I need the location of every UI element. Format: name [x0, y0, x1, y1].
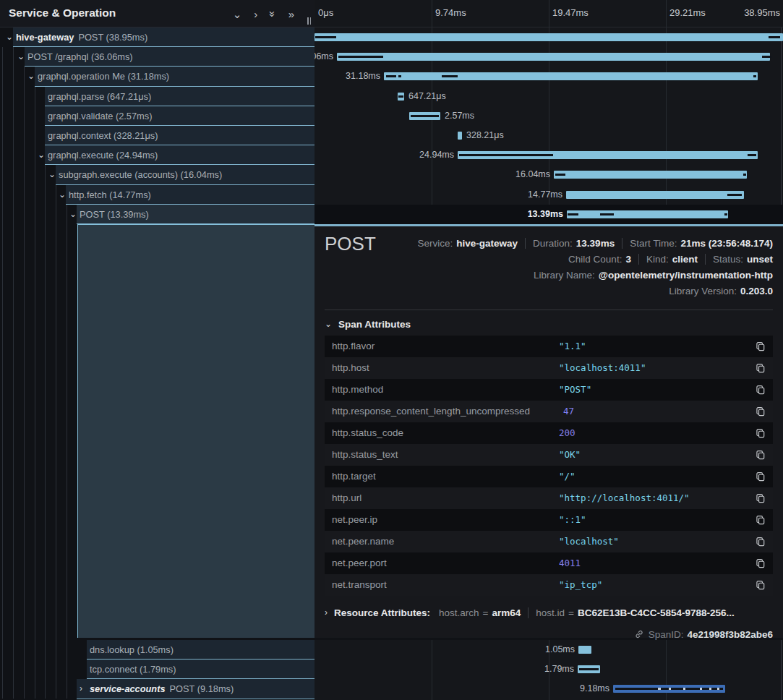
span-duration-bar[interactable] — [458, 132, 462, 140]
span-duration-bar[interactable] — [315, 33, 783, 41]
double-chevron-down-icon[interactable]: » — [268, 11, 278, 17]
span-duration-bar[interactable] — [567, 210, 728, 218]
tree-row[interactable]: graphql.context (328.21μs) — [0, 126, 315, 145]
chevron-down-icon[interactable]: ⌄ — [69, 205, 77, 224]
attribute-value: 200 — [559, 422, 576, 444]
chevron-down-icon[interactable]: ⌄ — [27, 67, 35, 86]
event-dot — [700, 688, 702, 690]
span-attributes-table: http.flavor"1.1"http.host"localhost:4011… — [325, 336, 773, 596]
copy-icon[interactable] — [756, 580, 766, 590]
timeline-row: 647.21μs — [315, 87, 783, 106]
copy-icon[interactable] — [756, 493, 766, 503]
chevron-down-icon[interactable]: ⌄ — [17, 47, 25, 67]
attribute-value: 4011 — [559, 552, 581, 574]
copy-icon[interactable] — [756, 515, 766, 525]
divider — [325, 310, 773, 310]
attribute-row: http.status_code200 — [325, 422, 773, 444]
attribute-key: http.response_content_length_uncompresse… — [332, 401, 530, 422]
overview-label: Library Version: — [669, 286, 737, 296]
tree-row[interactable]: ⌄graphql.operation Me (31.18ms) — [0, 67, 315, 86]
timeline-row: 31.18ms — [315, 67, 783, 86]
double-chevron-right-icon[interactable]: » — [288, 9, 294, 20]
tree-row[interactable]: ⌄graphql.execute (24.94ms) — [0, 145, 315, 165]
event-dot — [709, 688, 711, 690]
chevron-right-icon[interactable]: › — [80, 679, 82, 699]
tree-row[interactable]: ⌄hive-gatewayPOST (38.95ms) — [0, 27, 315, 47]
copy-icon[interactable] — [756, 385, 766, 395]
tree-row[interactable]: graphql.validate (2.57ms) — [0, 106, 315, 126]
divider — [622, 238, 622, 249]
span-duration-bar[interactable] — [398, 93, 404, 101]
overview-label: Library Name: — [534, 270, 595, 281]
tree-row[interactable]: tcp.connect (1.79ms) — [0, 660, 315, 679]
chevron-right-icon[interactable]: › — [254, 9, 257, 20]
overview-value: 21ms (23:56:48.174) — [680, 238, 773, 249]
timeline-row: 13.39ms — [315, 205, 783, 224]
copy-icon[interactable] — [756, 406, 766, 417]
span-duration-bar[interactable] — [458, 151, 758, 159]
copy-icon[interactable] — [756, 428, 766, 438]
child-span-marker — [579, 668, 599, 670]
tree-row[interactable]: graphql.parse (647.21μs) — [0, 87, 315, 106]
span-duration-bar[interactable] — [613, 685, 725, 693]
copy-icon[interactable] — [756, 537, 766, 547]
span-duration-bar[interactable] — [554, 171, 747, 179]
overview-value: client — [672, 254, 698, 265]
child-span-marker — [724, 213, 727, 215]
overview-label: Child Count: — [568, 254, 622, 265]
attribute-value: "POST" — [559, 379, 591, 401]
chevron-right-icon: › — [325, 607, 328, 618]
span-attributes-title: Span Attributes — [338, 319, 411, 330]
tree-row[interactable]: ⌄POST (13.39ms) — [0, 205, 315, 224]
column-resize-handle[interactable] — [307, 17, 311, 25]
tree-row[interactable]: ⌄subgraph.execute (accounts) (16.04ms) — [0, 165, 315, 184]
copy-icon[interactable] — [756, 363, 766, 373]
attribute-value: "::1" — [559, 509, 586, 531]
timeline-axis-header: 0μs9.74ms19.47ms29.21ms38.95ms — [315, 0, 783, 27]
tree-row[interactable]: ⌄POST /graphql (36.06ms) — [0, 47, 315, 67]
span-duration-bar[interactable] — [409, 112, 440, 120]
divider — [638, 254, 639, 265]
attribute-key: http.host — [332, 357, 369, 379]
chevron-down-icon[interactable]: ⌄ — [48, 165, 56, 184]
copy-icon[interactable] — [756, 471, 766, 482]
span-duration-bar[interactable] — [578, 646, 591, 654]
tree-row[interactable]: dns.lookup (1.05ms) — [0, 640, 315, 660]
tree-row[interactable]: ›service-accountsPOST (9.18ms) — [0, 679, 315, 699]
axis-gridline — [666, 0, 667, 27]
chevron-down-icon[interactable]: ⌄ — [59, 185, 66, 205]
span-duration-bar[interactable] — [566, 191, 744, 199]
copy-icon[interactable] — [756, 341, 766, 351]
attribute-row: net.peer.ip"::1" — [325, 509, 773, 531]
attribute-row: http.target"/" — [325, 466, 773, 487]
overview-label: Kind: — [646, 254, 669, 265]
span-name-label: hive-gatewayPOST (38.95ms) — [16, 27, 147, 47]
indent-guide — [45, 165, 46, 699]
indent-guide — [56, 184, 56, 699]
chevron-down-icon[interactable]: ⌄ — [38, 145, 45, 165]
divider — [525, 238, 526, 249]
span-name-label: graphql.operation Me (31.18ms) — [38, 67, 169, 86]
span-name-label: service-accountsPOST (9.18ms) — [90, 679, 234, 699]
overview-value: unset — [747, 254, 773, 265]
chevron-down-icon: ⌄ — [325, 319, 332, 329]
tree-header-title: Service & Operation — [9, 7, 116, 20]
trace-viewer: ⌄hive-gatewayPOST (38.95ms)⌄POST /graphq… — [0, 0, 783, 700]
duration-label: 36.06ms — [315, 47, 333, 67]
event-dot — [669, 688, 671, 690]
span-name-label: graphql.validate (2.57ms) — [48, 106, 152, 126]
chevron-down-icon[interactable]: ⌄ — [233, 9, 242, 20]
timeline-row: 9.18ms — [315, 679, 783, 699]
span-duration-bar[interactable] — [337, 53, 770, 61]
resource-attributes-toggle[interactable]: › Resource Attributes: host.arch=arm64ho… — [325, 604, 773, 621]
span-duration-bar[interactable] — [384, 72, 758, 80]
child-span-marker — [762, 56, 771, 58]
span-attributes-toggle[interactable]: ⌄ Span Attributes — [325, 316, 411, 332]
copy-icon[interactable] — [756, 450, 766, 460]
tree-row[interactable]: ⌄http.fetch (14.77ms) — [0, 185, 315, 205]
attribute-value: 47 — [563, 401, 574, 422]
span-duration-bar[interactable] — [578, 665, 600, 673]
chevron-down-icon[interactable]: ⌄ — [6, 27, 13, 47]
timeline-row: 14.77ms — [315, 185, 783, 205]
copy-icon[interactable] — [756, 558, 766, 568]
